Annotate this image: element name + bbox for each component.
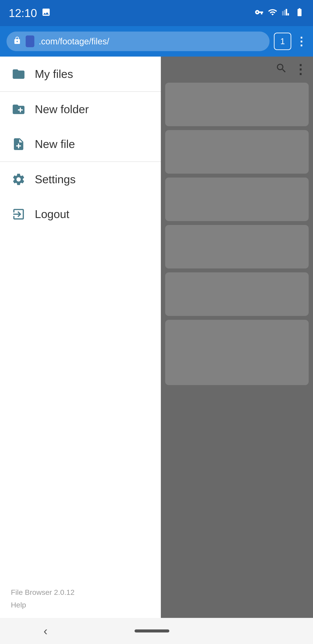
battery-icon [295, 8, 304, 19]
file-card[interactable] [165, 225, 309, 268]
drawer-item-new-folder[interactable]: New folder [0, 92, 161, 126]
file-cards-list [165, 83, 309, 618]
bottom-nav: ‹ [0, 618, 313, 644]
drawer-item-settings[interactable]: Settings [0, 162, 161, 197]
drawer-item-my-files[interactable]: My files [0, 56, 161, 92]
logout-label: Logout [35, 208, 69, 220]
new-file-label: New file [35, 138, 75, 150]
drawer-item-new-file[interactable]: New file [0, 126, 161, 162]
new-file-icon [11, 136, 26, 152]
home-indicator[interactable] [135, 630, 169, 632]
my-files-label: My files [35, 68, 73, 80]
folder-icon [11, 66, 26, 82]
browser-more-button[interactable]: ⋮ [296, 36, 307, 47]
file-card[interactable] [165, 320, 309, 385]
tab-count-badge[interactable]: 1 [274, 33, 291, 50]
settings-label: Settings [35, 173, 76, 186]
file-card[interactable] [165, 178, 309, 221]
wifi-icon [268, 8, 277, 19]
new-folder-label: New folder [35, 103, 89, 116]
version-text: File Browser 2.0.12 [11, 586, 150, 599]
back-button[interactable]: ‹ [43, 624, 47, 638]
logout-icon [11, 206, 26, 222]
status-left: 12:10 [9, 6, 51, 20]
key-icon [255, 8, 264, 18]
right-panel: ⋮ [161, 56, 313, 618]
signal-icon [282, 8, 291, 19]
url-bar[interactable]: .com/footage/files/ [6, 32, 270, 51]
right-top-bar: ⋮ [161, 56, 313, 83]
help-link[interactable]: Help [11, 599, 150, 611]
status-time: 12:10 [9, 6, 37, 20]
file-card[interactable] [165, 83, 309, 126]
status-bar: 12:10 [0, 0, 313, 26]
drawer: My files New folder New file [0, 56, 161, 618]
browser-bar: .com/footage/files/ 1 ⋮ [0, 26, 313, 56]
drawer-item-logout[interactable]: Logout [0, 197, 161, 232]
file-card[interactable] [165, 272, 309, 316]
url-highlighted-part [26, 36, 34, 47]
status-right [255, 8, 304, 19]
more-options-icon[interactable]: ⋮ [294, 63, 307, 76]
main-area: My files New folder New file [0, 56, 313, 618]
file-card[interactable] [165, 130, 309, 174]
drawer-footer: File Browser 2.0.12 Help [0, 580, 161, 618]
new-folder-icon [11, 102, 26, 117]
lock-icon [13, 36, 21, 46]
url-path: .com/footage/files/ [39, 36, 109, 46]
settings-icon [11, 172, 26, 187]
search-icon[interactable] [275, 62, 287, 77]
photo-icon [41, 8, 51, 19]
